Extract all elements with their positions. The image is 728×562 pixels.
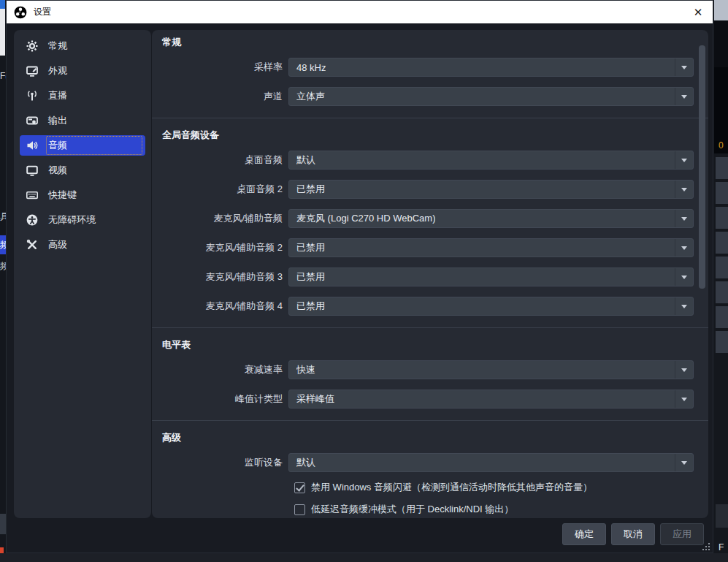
settings-section: 常规采样率48 kHz声道立体声 xyxy=(152,30,708,118)
sidebar-item-gear[interactable]: 常规 xyxy=(20,36,145,56)
sidebar-item-label: 常规 xyxy=(46,37,142,56)
chevron-down-icon[interactable] xyxy=(675,210,693,227)
output-icon xyxy=(26,115,38,127)
sidebar-item-broadcast[interactable]: 直播 xyxy=(20,86,145,106)
background-fragment xyxy=(716,504,728,528)
background-fragment xyxy=(714,0,728,20)
sidebar-item-speaker[interactable]: 音频 xyxy=(20,135,145,156)
settings-row: 峰值计类型采样峰值 xyxy=(162,390,694,409)
dropdown-value: 48 kHz xyxy=(296,62,326,73)
chevron-down-icon[interactable] xyxy=(675,239,693,257)
settings-dialog: 设置 ✕ 常规外观直播输出音频视频快捷键无障碍环境高级 常规采样率48 kHz声… xyxy=(6,0,713,553)
field-label: 采样率 xyxy=(162,61,288,74)
dropdown-select[interactable]: 已禁用 xyxy=(288,267,694,286)
section-title: 常规 xyxy=(162,36,694,47)
dialog-titlebar[interactable]: 设置 ✕ xyxy=(7,1,713,23)
dropdown-select[interactable]: 采样峰值 xyxy=(288,390,694,409)
dropdown-select[interactable]: 已禁用 xyxy=(288,297,694,316)
settings-row: 麦克风/辅助音频 4已禁用 xyxy=(162,297,694,316)
chevron-down-icon[interactable] xyxy=(675,181,693,198)
field-label: 衰减速率 xyxy=(162,363,288,376)
chevron-down-icon[interactable] xyxy=(675,268,693,286)
field-label: 声道 xyxy=(162,90,288,103)
dropdown-select[interactable]: 麦克风 (Logi C270 HD WebCam) xyxy=(288,209,694,228)
dropdown-value: 麦克风 (Logi C270 HD WebCam) xyxy=(296,212,435,225)
background-fragment xyxy=(716,182,728,204)
background-fragment xyxy=(716,232,728,254)
sidebar-item-label: 无障碍环境 xyxy=(46,210,142,229)
background-fragment xyxy=(716,331,728,353)
settings-row: 监听设备默认 xyxy=(162,453,694,472)
keyboard-icon xyxy=(26,189,38,202)
dropdown-select[interactable]: 快速 xyxy=(288,360,694,379)
scrollbar-thumb[interactable] xyxy=(699,45,705,289)
field-label: 麦克风/辅助音频 3 xyxy=(162,270,288,284)
settings-row: 桌面音频 2已禁用 xyxy=(162,180,694,199)
dialog-title: 设置 xyxy=(34,6,51,18)
settings-section: 全局音频设备桌面音频默认桌面音频 2已禁用麦克风/辅助音频麦克风 (Logi C… xyxy=(152,118,708,327)
resize-grip[interactable] xyxy=(702,542,710,551)
dropdown-value: 快速 xyxy=(296,363,315,376)
checkbox-row[interactable]: 禁用 Windows 音频闪避（检测到通信活动时降低其他声音的音量） xyxy=(294,481,694,494)
settings-sidebar: 常规外观直播输出音频视频快捷键无障碍环境高级 xyxy=(14,30,151,518)
sidebar-item-label: 外观 xyxy=(46,61,142,80)
close-button[interactable]: ✕ xyxy=(688,3,708,22)
chevron-down-icon[interactable] xyxy=(675,58,693,76)
dropdown-select[interactable]: 48 kHz xyxy=(288,58,694,77)
checkbox-label: 禁用 Windows 音频闪避（检测到通信活动时降低其他声音的音量） xyxy=(311,481,592,494)
settings-row: 桌面音频默认 xyxy=(162,151,694,170)
settings-row: 麦克风/辅助音频 2已禁用 xyxy=(162,238,694,257)
background-fragment: 频 xyxy=(0,260,6,272)
chevron-down-icon[interactable] xyxy=(675,151,693,169)
section-title: 高级 xyxy=(162,431,694,442)
dropdown-value: 已禁用 xyxy=(296,300,325,313)
chevron-down-icon[interactable] xyxy=(675,361,693,379)
background-fragment xyxy=(716,157,728,179)
appearance-icon xyxy=(26,65,38,77)
sidebar-item-keyboard[interactable]: 快捷键 xyxy=(20,185,145,205)
settings-section: 电平表衰减速率快速峰值计类型采样峰值 xyxy=(152,327,708,420)
background-fragment xyxy=(0,553,728,562)
sidebar-item-output[interactable]: 输出 xyxy=(20,110,145,131)
sidebar-item-label: 输出 xyxy=(46,111,142,130)
apply-button[interactable]: 应用 xyxy=(660,523,704,545)
settings-row: 采样率48 kHz xyxy=(162,58,694,77)
dropdown-select[interactable]: 已禁用 xyxy=(288,238,694,257)
sidebar-item-display[interactable]: 视频 xyxy=(20,160,145,181)
tools-icon xyxy=(26,239,38,251)
dropdown-select[interactable]: 立体声 xyxy=(288,87,694,106)
dropdown-value: 默认 xyxy=(296,153,315,167)
chevron-down-icon[interactable] xyxy=(675,390,693,408)
checkbox-row[interactable]: 低延迟音频缓冲模式（用于 Decklink/NDI 输出） xyxy=(294,503,694,516)
accessibility-icon xyxy=(26,214,38,227)
chevron-down-icon[interactable] xyxy=(675,454,693,471)
dropdown-select[interactable]: 默认 xyxy=(288,151,694,170)
settings-row: 衰减速率快速 xyxy=(162,360,694,379)
background-fragment: F xyxy=(719,541,728,554)
cancel-button[interactable]: 取消 xyxy=(611,523,655,545)
field-label: 麦克风/辅助音频 4 xyxy=(162,300,288,313)
dialog-footer: 确定 取消 应用 xyxy=(562,523,704,545)
dropdown-value: 默认 xyxy=(296,456,315,469)
dropdown-select[interactable]: 默认 xyxy=(288,453,694,472)
content-scrollbar[interactable] xyxy=(699,34,705,514)
chevron-down-icon[interactable] xyxy=(675,88,693,105)
dropdown-value: 采样峰值 xyxy=(296,392,334,406)
field-label: 监听设备 xyxy=(162,456,288,469)
checkbox[interactable] xyxy=(294,482,305,493)
dropdown-value: 立体声 xyxy=(296,90,325,103)
settings-section: 高级监听设备默认禁用 Windows 音频闪避（检测到通信活动时降低其他声音的音… xyxy=(152,420,708,518)
checkbox[interactable] xyxy=(294,504,305,515)
background-fragment: 频 xyxy=(0,235,6,254)
sidebar-item-tools[interactable]: 高级 xyxy=(20,235,145,255)
dropdown-select[interactable]: 已禁用 xyxy=(288,180,694,199)
chevron-down-icon[interactable] xyxy=(675,297,693,315)
field-label: 麦克风/辅助音频 xyxy=(162,212,288,225)
sidebar-item-appearance[interactable]: 外观 xyxy=(20,61,145,81)
ok-button[interactable]: 确定 xyxy=(562,523,606,545)
sidebar-item-accessibility[interactable]: 无障碍环境 xyxy=(20,210,145,230)
display-icon xyxy=(26,164,38,177)
gear-icon xyxy=(26,40,38,53)
field-label: 峰值计类型 xyxy=(162,392,288,406)
dropdown-value: 已禁用 xyxy=(296,241,325,254)
